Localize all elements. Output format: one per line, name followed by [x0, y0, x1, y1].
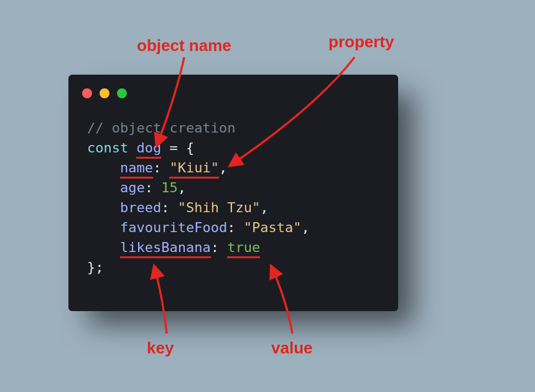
traffic-yellow-icon — [100, 88, 109, 98]
anno-property: property — [328, 32, 394, 52]
code-block: // object creation const dog = { name: "… — [87, 118, 310, 278]
traffic-red-icon — [82, 88, 92, 98]
anno-object-name: object name — [137, 36, 231, 55]
anno-key: key — [147, 338, 174, 358]
code-panel: // object creation const dog = { name: "… — [68, 75, 398, 311]
anno-value: value — [271, 338, 313, 358]
traffic-green-icon — [117, 88, 127, 98]
traffic-lights — [82, 88, 127, 98]
stage: object name property key value // object… — [0, 0, 535, 392]
